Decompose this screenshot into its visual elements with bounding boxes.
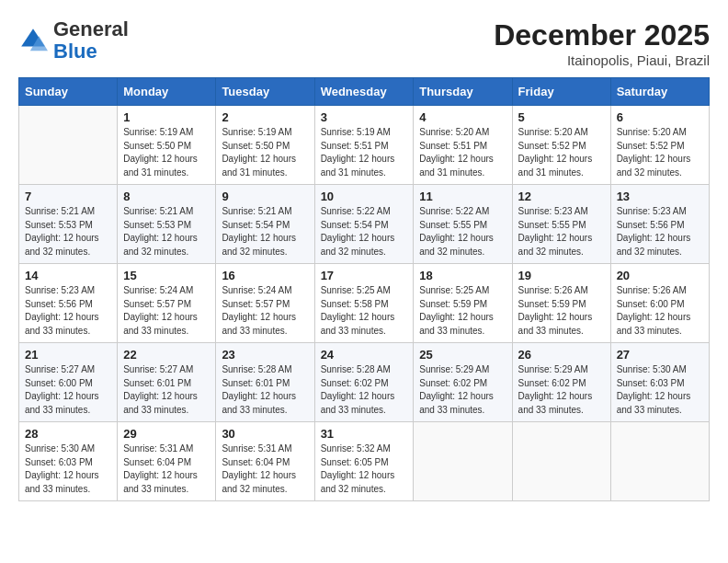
day-info: Sunrise: 5:21 AMSunset: 5:53 PMDaylight:… — [123, 205, 210, 259]
day-info: Sunrise: 5:23 AMSunset: 5:55 PMDaylight:… — [518, 205, 605, 259]
day-number: 27 — [617, 348, 703, 362]
day-info: Sunrise: 5:20 AMSunset: 5:51 PMDaylight:… — [419, 126, 506, 179]
week-row-5: 28Sunrise: 5:30 AMSunset: 6:03 PMDayligh… — [19, 422, 710, 501]
calendar-cell: 6Sunrise: 5:20 AMSunset: 5:52 PMDaylight… — [610, 106, 709, 185]
calendar-cell: 3Sunrise: 5:19 AMSunset: 5:51 PMDaylight… — [314, 106, 414, 185]
calendar-cell: 27Sunrise: 5:30 AMSunset: 6:03 PMDayligh… — [610, 343, 709, 422]
day-number: 17 — [321, 269, 408, 282]
month-title: December 2025 — [494, 18, 710, 52]
weekday-header-monday: Monday — [118, 78, 216, 106]
day-info: Sunrise: 5:20 AMSunset: 5:52 PMDaylight:… — [617, 126, 703, 179]
weekday-header-sunday: Sunday — [19, 78, 118, 106]
calendar-cell: 5Sunrise: 5:20 AMSunset: 5:52 PMDaylight… — [512, 106, 610, 185]
calendar-cell: 18Sunrise: 5:25 AMSunset: 5:59 PMDayligh… — [414, 264, 512, 343]
calendar-cell: 12Sunrise: 5:23 AMSunset: 5:55 PMDayligh… — [512, 185, 610, 264]
day-number: 26 — [518, 348, 605, 362]
day-info: Sunrise: 5:21 AMSunset: 5:54 PMDaylight:… — [222, 205, 308, 259]
title-block: December 2025 Itainopolis, Piaui, Brazil — [494, 18, 710, 68]
day-info: Sunrise: 5:29 AMSunset: 6:02 PMDaylight:… — [419, 363, 506, 417]
calendar-cell: 26Sunrise: 5:29 AMSunset: 6:02 PMDayligh… — [512, 343, 610, 422]
day-number: 11 — [419, 190, 506, 203]
weekday-header-wednesday: Wednesday — [314, 78, 414, 106]
day-info: Sunrise: 5:28 AMSunset: 6:01 PMDaylight:… — [222, 363, 308, 417]
day-number: 21 — [25, 348, 111, 362]
calendar-cell: 11Sunrise: 5:22 AMSunset: 5:55 PMDayligh… — [414, 185, 512, 264]
day-info: Sunrise: 5:20 AMSunset: 5:52 PMDaylight:… — [518, 126, 605, 179]
day-info: Sunrise: 5:19 AMSunset: 5:50 PMDaylight:… — [222, 126, 308, 179]
day-number: 6 — [617, 110, 703, 124]
day-info: Sunrise: 5:22 AMSunset: 5:55 PMDaylight:… — [419, 205, 506, 259]
logo: General Blue — [18, 18, 129, 63]
day-info: Sunrise: 5:31 AMSunset: 6:04 PMDaylight:… — [222, 442, 308, 496]
calendar-cell: 4Sunrise: 5:20 AMSunset: 5:51 PMDaylight… — [414, 106, 512, 185]
calendar-cell: 2Sunrise: 5:19 AMSunset: 5:50 PMDaylight… — [216, 106, 314, 185]
day-number: 7 — [25, 190, 111, 203]
day-info: Sunrise: 5:22 AMSunset: 5:54 PMDaylight:… — [321, 205, 408, 259]
day-number: 30 — [222, 427, 308, 441]
day-number: 9 — [222, 190, 308, 203]
calendar-table: SundayMondayTuesdayWednesdayThursdayFrid… — [18, 77, 710, 501]
day-number: 29 — [123, 427, 210, 441]
calendar-cell: 20Sunrise: 5:26 AMSunset: 6:00 PMDayligh… — [610, 264, 709, 343]
day-number: 16 — [222, 269, 308, 282]
day-info: Sunrise: 5:19 AMSunset: 5:51 PMDaylight:… — [321, 126, 408, 179]
location-subtitle: Itainopolis, Piaui, Brazil — [494, 52, 710, 68]
calendar-cell: 19Sunrise: 5:26 AMSunset: 5:59 PMDayligh… — [512, 264, 610, 343]
page-header: General Blue December 2025 Itainopolis, … — [18, 18, 710, 68]
calendar-cell: 25Sunrise: 5:29 AMSunset: 6:02 PMDayligh… — [414, 343, 512, 422]
calendar-cell — [610, 422, 709, 501]
day-info: Sunrise: 5:26 AMSunset: 6:00 PMDaylight:… — [617, 284, 703, 338]
day-info: Sunrise: 5:32 AMSunset: 6:05 PMDaylight:… — [321, 442, 408, 496]
day-number: 24 — [321, 348, 408, 362]
day-info: Sunrise: 5:31 AMSunset: 6:04 PMDaylight:… — [123, 442, 210, 496]
calendar-cell: 14Sunrise: 5:23 AMSunset: 5:56 PMDayligh… — [19, 264, 118, 343]
calendar-cell: 31Sunrise: 5:32 AMSunset: 6:05 PMDayligh… — [314, 422, 414, 501]
day-number: 2 — [222, 110, 308, 124]
day-number: 22 — [123, 348, 210, 362]
day-info: Sunrise: 5:27 AMSunset: 6:01 PMDaylight:… — [123, 363, 210, 417]
day-info: Sunrise: 5:30 AMSunset: 6:03 PMDaylight:… — [25, 442, 111, 496]
day-info: Sunrise: 5:24 AMSunset: 5:57 PMDaylight:… — [123, 284, 210, 338]
day-info: Sunrise: 5:25 AMSunset: 5:58 PMDaylight:… — [321, 284, 408, 338]
day-info: Sunrise: 5:21 AMSunset: 5:53 PMDaylight:… — [25, 205, 111, 259]
calendar-cell: 30Sunrise: 5:31 AMSunset: 6:04 PMDayligh… — [216, 422, 314, 501]
calendar-cell: 28Sunrise: 5:30 AMSunset: 6:03 PMDayligh… — [19, 422, 118, 501]
day-number: 15 — [123, 269, 210, 282]
day-number: 1 — [123, 110, 210, 124]
week-row-3: 14Sunrise: 5:23 AMSunset: 5:56 PMDayligh… — [19, 264, 710, 343]
calendar-cell: 8Sunrise: 5:21 AMSunset: 5:53 PMDaylight… — [118, 185, 216, 264]
day-number: 12 — [518, 190, 605, 203]
week-row-2: 7Sunrise: 5:21 AMSunset: 5:53 PMDaylight… — [19, 185, 710, 264]
calendar-cell: 9Sunrise: 5:21 AMSunset: 5:54 PMDaylight… — [216, 185, 314, 264]
day-number: 23 — [222, 348, 308, 362]
day-info: Sunrise: 5:26 AMSunset: 5:59 PMDaylight:… — [518, 284, 605, 338]
day-info: Sunrise: 5:24 AMSunset: 5:57 PMDaylight:… — [222, 284, 308, 338]
calendar-cell: 22Sunrise: 5:27 AMSunset: 6:01 PMDayligh… — [118, 343, 216, 422]
day-number: 14 — [25, 269, 111, 282]
day-number: 28 — [25, 427, 111, 441]
day-number: 3 — [321, 110, 408, 124]
calendar-cell: 13Sunrise: 5:23 AMSunset: 5:56 PMDayligh… — [610, 185, 709, 264]
calendar-cell: 21Sunrise: 5:27 AMSunset: 6:00 PMDayligh… — [19, 343, 118, 422]
week-row-1: 1Sunrise: 5:19 AMSunset: 5:50 PMDaylight… — [19, 106, 710, 185]
weekday-header-thursday: Thursday — [414, 78, 512, 106]
logo-icon — [18, 26, 48, 55]
calendar-cell — [414, 422, 512, 501]
weekday-header-tuesday: Tuesday — [216, 78, 314, 106]
day-number: 4 — [419, 110, 506, 124]
weekday-header-saturday: Saturday — [610, 78, 709, 106]
calendar-cell: 15Sunrise: 5:24 AMSunset: 5:57 PMDayligh… — [118, 264, 216, 343]
day-number: 8 — [123, 190, 210, 203]
calendar-cell: 23Sunrise: 5:28 AMSunset: 6:01 PMDayligh… — [216, 343, 314, 422]
day-info: Sunrise: 5:30 AMSunset: 6:03 PMDaylight:… — [617, 363, 703, 417]
day-number: 18 — [419, 269, 506, 282]
calendar-cell: 16Sunrise: 5:24 AMSunset: 5:57 PMDayligh… — [216, 264, 314, 343]
day-number: 13 — [617, 190, 703, 203]
calendar-cell: 1Sunrise: 5:19 AMSunset: 5:50 PMDaylight… — [118, 106, 216, 185]
day-number: 19 — [518, 269, 605, 282]
day-info: Sunrise: 5:27 AMSunset: 6:00 PMDaylight:… — [25, 363, 111, 417]
day-info: Sunrise: 5:28 AMSunset: 6:02 PMDaylight:… — [321, 363, 408, 417]
day-info: Sunrise: 5:23 AMSunset: 5:56 PMDaylight:… — [617, 205, 703, 259]
day-number: 5 — [518, 110, 605, 124]
calendar-cell: 10Sunrise: 5:22 AMSunset: 5:54 PMDayligh… — [314, 185, 414, 264]
